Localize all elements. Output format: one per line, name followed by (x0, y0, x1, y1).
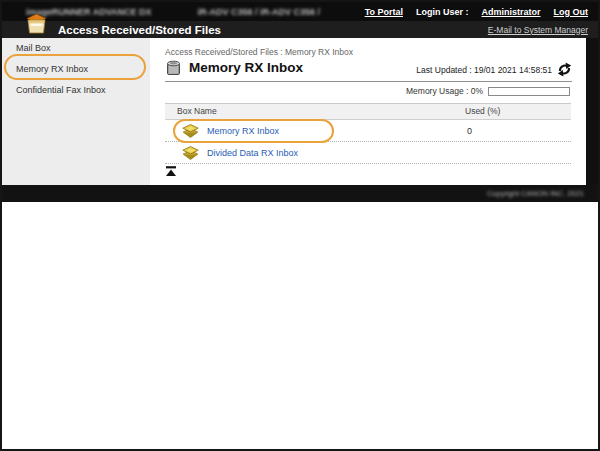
sidebar-item-memory-rx-inbox[interactable]: Memory RX Inbox (2, 59, 150, 80)
memory-usage-bar (488, 87, 570, 96)
back-to-top-icon[interactable] (165, 165, 177, 177)
table-row: Memory RX Inbox 0 (165, 120, 571, 142)
breadcrumb: Access Received/Stored Files : Memory RX… (165, 47, 353, 57)
last-updated-text: Last Updated : 19/01 2021 14:58:51 (416, 65, 552, 75)
column-header-used: Used (%) (465, 104, 500, 119)
device-name-text: iR-ADV C356 / iR-ADV C356 / (198, 7, 321, 17)
app-title-bar: Access Received/Stored Files E-Mail to S… (2, 21, 598, 38)
remote-ui-screenshot: imageRUNNER ADVANCE DX iR-ADV C356 / iR-… (0, 0, 600, 451)
open-box-icon (25, 14, 48, 35)
storage-box-icon (165, 59, 182, 76)
footer-bar: Copyright CANON INC. 2021 (2, 185, 598, 202)
page-title: Memory RX Inbox (189, 60, 303, 75)
used-percent-value: 0 (467, 126, 472, 136)
table-row: Divided Data RX Inbox (165, 142, 571, 164)
copyright-text: Copyright CANON INC. 2021 (487, 189, 598, 198)
login-user-name-link[interactable]: Administrator (481, 7, 540, 17)
top-bar: imageRUNNER ADVANCE DX iR-ADV C356 / iR-… (2, 2, 598, 21)
main-content: Access Received/Stored Files : Memory RX… (150, 38, 586, 185)
log-out-link[interactable]: Log Out (554, 7, 589, 17)
sidebar: Mail Box Memory RX Inbox Confidential Fa… (2, 38, 150, 185)
title-divider (165, 81, 572, 82)
right-margin-strip (586, 38, 598, 185)
column-header-box-name: Box Name (177, 104, 217, 119)
divided-data-rx-inbox-link[interactable]: Divided Data RX Inbox (207, 148, 298, 158)
sidebar-item-confidential-fax-inbox[interactable]: Confidential Fax Inbox (2, 80, 150, 101)
inbox-box-icon (182, 146, 199, 160)
memory-rx-inbox-link[interactable]: Memory RX Inbox (207, 126, 279, 136)
app-title: Access Received/Stored Files (58, 24, 221, 36)
sidebar-item-mail-box[interactable]: Mail Box (2, 38, 150, 59)
email-to-system-manager-link[interactable]: E-Mail to System Manager (488, 25, 598, 35)
login-user-label: Login User : (416, 7, 469, 17)
to-portal-link[interactable]: To Portal (365, 7, 403, 17)
memory-usage-label: Memory Usage : 0% (406, 86, 483, 96)
table-header: Box Name Used (%) (165, 103, 571, 120)
refresh-icon[interactable] (557, 62, 572, 77)
inbox-box-icon (182, 124, 199, 138)
